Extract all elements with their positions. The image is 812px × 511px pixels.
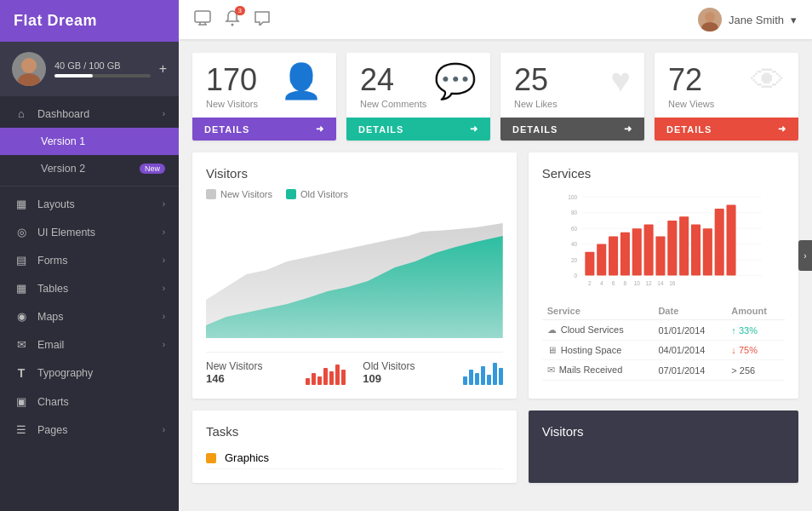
svg-rect-2 [195, 11, 210, 22]
pages-icon: ☰ [14, 423, 29, 436]
storage-bar [54, 74, 151, 78]
svg-text:4: 4 [600, 280, 603, 286]
sidebar-label-version1: Version 1 [41, 135, 165, 147]
views-number: 72 [668, 65, 714, 95]
sidebar: Flat Dream 40 GB / 100 GB + ⌂ Dashboard … [0, 0, 179, 511]
views-details-label: DETAILS [666, 124, 712, 135]
sidebar-label-email: Email [37, 339, 163, 351]
svg-rect-27 [632, 228, 641, 275]
maps-icon: ◉ [14, 310, 29, 323]
sidebar-item-tables[interactable]: ▦ Tables › [0, 274, 179, 302]
topbar-icons: 3 [194, 9, 271, 31]
visitors-details-arrow: ➜ [316, 123, 324, 135]
sidebar-item-ui-elements[interactable]: ◎ UI Elements › [0, 218, 179, 246]
task-item: Graphics [206, 447, 503, 469]
old-visitors-stat: Old Visitors 109 [363, 359, 502, 385]
sidebar-item-version2[interactable]: Version 2 New [0, 155, 179, 182]
sidebar-item-version1[interactable]: Version 1 [0, 128, 179, 155]
sidebar-label-typography: Typography [37, 367, 165, 379]
svg-rect-35 [726, 204, 735, 275]
service-name-hosting: 🖥Hosting Space [542, 341, 654, 360]
sidebar-item-dashboard[interactable]: ⌂ Dashboard › [0, 100, 179, 128]
svg-rect-29 [655, 236, 665, 275]
views-details-button[interactable]: DETAILS ➜ [655, 118, 798, 141]
sidebar-label-pages: Pages [37, 424, 163, 436]
likes-stat-icon: ♥ [610, 61, 631, 100]
sidebar-toggle-button[interactable]: › [798, 240, 812, 271]
likes-label: New Likes [514, 99, 558, 109]
visitors-small-title: Visitors [542, 424, 785, 439]
sidebar-item-maps[interactable]: ◉ Maps › [0, 302, 179, 330]
sidebar-item-layouts[interactable]: ▦ Layouts › [0, 190, 179, 218]
views-label: New Views [668, 99, 714, 109]
sidebar-item-email[interactable]: ✉ Email › [0, 330, 179, 359]
stat-card-likes: 25 New Likes ♥ DETAILS ➜ [500, 53, 644, 141]
table-row: 🖥Hosting Space 04/01/2014 ↓ 75% [542, 341, 785, 360]
bell-icon[interactable]: 3 [225, 9, 240, 31]
topbar: 3 Jane Smith ▾ [179, 0, 812, 39]
new-visitors-stat-label: New Visitors [206, 360, 262, 372]
arrow-pages-icon: › [163, 425, 165, 434]
nav-divider [0, 186, 179, 187]
services-panel-title: Services [542, 166, 785, 181]
likes-details-button[interactable]: DETAILS ➜ [500, 118, 644, 141]
user-menu[interactable]: Jane Smith ▾ [698, 8, 797, 32]
svg-text:60: 60 [571, 226, 578, 232]
visitors-details-button[interactable]: DETAILS ➜ [192, 118, 336, 141]
service-amount-cloud: ↑ 33% [726, 320, 785, 341]
table-row: ☁Cloud Services 01/01/2014 ↑ 33% [542, 320, 785, 341]
new-visitors-stat-count: 146 [206, 372, 262, 385]
svg-rect-28 [643, 225, 653, 276]
comments-details-button[interactable]: DETAILS ➜ [346, 118, 490, 141]
main-content: 3 Jane Smith ▾ 170 New Visitors [179, 0, 812, 511]
svg-rect-23 [585, 252, 594, 276]
svg-rect-32 [691, 225, 700, 276]
svg-text:0: 0 [574, 273, 577, 278]
visitors-panel: Visitors New Visitors Old Visitors [192, 152, 517, 399]
svg-point-8 [701, 22, 718, 32]
likes-number: 25 [514, 65, 558, 95]
chevron-icon: › [163, 109, 165, 118]
visitors-details-label: DETAILS [204, 124, 249, 135]
brand-title: Flat Dream [0, 0, 179, 42]
sidebar-label-ui: UI Elements [37, 227, 163, 238]
svg-rect-33 [703, 228, 712, 275]
monitor-icon[interactable] [194, 10, 211, 30]
arrow-maps-icon: › [163, 312, 165, 321]
legend-gray-dot [206, 189, 216, 199]
service-amount-hosting: ↓ 75% [726, 341, 785, 360]
comments-stat-icon: 💬 [434, 61, 477, 101]
svg-rect-26 [620, 233, 630, 276]
likes-details-label: DETAILS [512, 124, 558, 135]
charts-icon: ▣ [14, 395, 29, 408]
visitors-label: New Visitors [206, 99, 258, 109]
legend-old-visitors: Old Visitors [286, 189, 348, 199]
home-icon: ⌂ [14, 107, 29, 120]
sidebar-item-forms[interactable]: ▤ Forms › [0, 246, 179, 274]
arrow-icon: › [163, 199, 165, 209]
sidebar-label-dashboard: Dashboard [37, 108, 163, 120]
sidebar-item-charts[interactable]: ▣ Charts [0, 388, 179, 416]
typography-icon: T [14, 366, 29, 380]
svg-rect-34 [714, 209, 723, 275]
visitors-stats: New Visitors 146 [206, 352, 503, 385]
arrow-tables-icon: › [163, 284, 165, 293]
visitors-chart [206, 206, 503, 342]
nav-menu: ⌂ Dashboard › Version 1 Version 2 New ▦ … [0, 96, 179, 447]
visitors-panel-title: Visitors [206, 166, 503, 181]
svg-rect-25 [609, 236, 618, 275]
service-date-cloud: 01/01/2014 [653, 320, 726, 341]
arrow-forms-icon: › [163, 256, 165, 265]
service-col-header: Service [542, 302, 654, 320]
services-chart: 100 80 60 40 20 0 [542, 189, 785, 291]
comments-label: New Comments [360, 99, 426, 109]
sidebar-item-pages[interactable]: ☰ Pages › [0, 416, 179, 444]
svg-point-6 [232, 23, 234, 26]
sidebar-label-tables: Tables [37, 283, 163, 295]
user-area: 40 GB / 100 GB + [0, 42, 179, 96]
storage-add-button[interactable]: + [159, 61, 167, 77]
visitor-stat-icon: 👤 [280, 61, 323, 101]
chat-icon[interactable] [254, 10, 271, 30]
legend-old-label: Old Visitors [300, 189, 348, 199]
sidebar-item-typography[interactable]: T Typography [0, 359, 179, 388]
